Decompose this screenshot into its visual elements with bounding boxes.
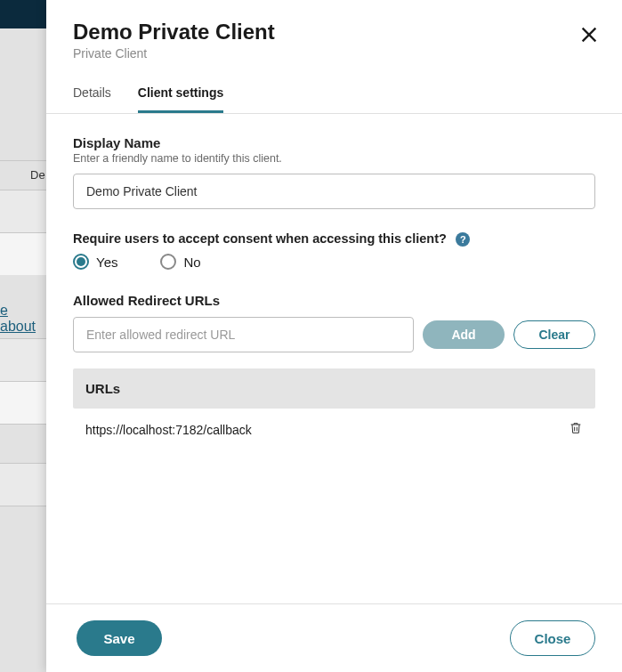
redirect-urls-label: Allowed Redirect URLs	[73, 293, 595, 308]
url-row: https://localhost:7182/callback	[73, 409, 595, 450]
display-name-label: Display Name	[73, 135, 595, 150]
url-text: https://localhost:7182/callback	[85, 423, 252, 437]
help-icon[interactable]: ?	[456, 232, 470, 247]
save-button[interactable]: Save	[77, 620, 162, 656]
consent-label: Require users to accept consent when acc…	[73, 231, 447, 246]
consent-no-label: No	[183, 255, 200, 270]
tabs: Details Client settings	[46, 77, 622, 114]
client-settings-panel: Demo Private Client Private Client Detai…	[46, 0, 622, 672]
tab-client-settings[interactable]: Client settings	[138, 77, 223, 113]
panel-title: Demo Private Client	[73, 20, 595, 45]
consent-yes-label: Yes	[96, 255, 117, 270]
clear-button[interactable]: Clear	[513, 320, 595, 349]
consent-radio-yes[interactable]: Yes	[73, 254, 117, 270]
add-button[interactable]: Add	[423, 320, 505, 349]
redirect-url-input[interactable]	[73, 317, 414, 352]
bg-column-header: De	[0, 160, 46, 189]
close-button[interactable]: Close	[510, 620, 595, 656]
bg-learn-link[interactable]: e about	[0, 303, 36, 334]
consent-radio-no[interactable]: No	[160, 254, 200, 270]
urls-table-header: URLs	[73, 368, 595, 409]
trash-icon[interactable]	[569, 421, 583, 438]
tab-details[interactable]: Details	[73, 77, 111, 113]
close-icon[interactable]	[579, 25, 599, 48]
display-name-input[interactable]	[73, 174, 595, 209]
display-name-help: Enter a friendly name to identify this c…	[73, 152, 595, 165]
panel-subtitle: Private Client	[73, 46, 595, 61]
